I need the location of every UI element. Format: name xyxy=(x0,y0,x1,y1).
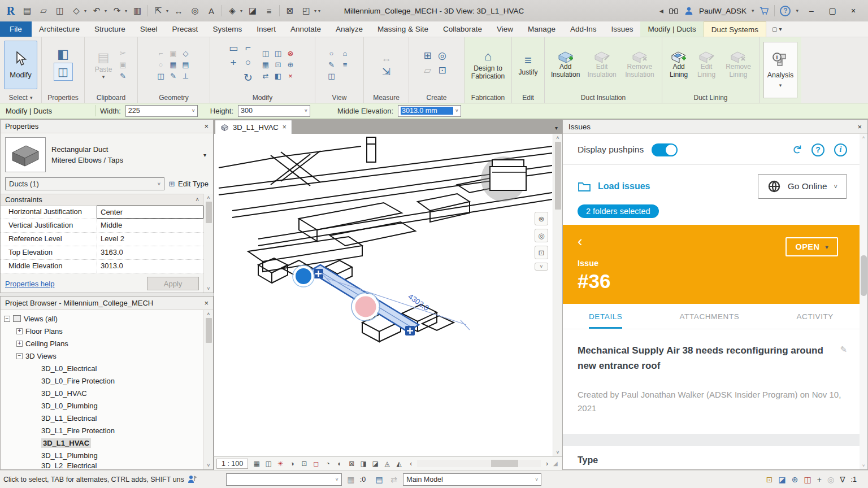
panel-measure-label[interactable]: Measure xyxy=(364,93,409,103)
align-icon[interactable]: ▭ xyxy=(228,43,239,53)
offset-modify-icon[interactable]: ⌐ xyxy=(242,43,254,53)
collapse-section-icon[interactable]: ˄ xyxy=(196,197,199,203)
paste-button[interactable]: ▤ Paste▾ xyxy=(93,49,115,81)
tab-insert[interactable]: Insert xyxy=(249,21,283,37)
tab-issues[interactable]: Issues xyxy=(604,21,640,37)
maximize-button[interactable]: ▢ xyxy=(824,5,840,17)
override-display-icon[interactable]: ≡ xyxy=(340,59,351,69)
resize-grip[interactable]: ◢ xyxy=(553,460,560,467)
highlight-displacement-icon[interactable]: ◭ xyxy=(393,458,405,469)
switch-windows-icon[interactable]: ◰ xyxy=(300,5,313,17)
remove-insulation-button[interactable]: Remove Insulation xyxy=(622,50,658,80)
beam-end-icon[interactable]: ▦ xyxy=(168,59,179,69)
move-icon[interactable]: + xyxy=(228,58,239,68)
issue-status-dropdown[interactable]: OPEN ▾ xyxy=(785,237,838,256)
offset-icon[interactable]: ○ xyxy=(155,59,167,69)
panel-fabrication-label[interactable]: Fabrication xyxy=(465,93,511,103)
revit-logo-icon[interactable]: R xyxy=(5,5,17,17)
tab-systems[interactable]: Systems xyxy=(205,21,249,37)
lightbulb-icon[interactable]: ○ xyxy=(326,48,337,58)
type-selector[interactable]: Rectangular Duct Mitered Elbows / Taps ▾ xyxy=(1,133,213,176)
join-icon[interactable]: ◇ xyxy=(180,48,192,58)
tree-node-floor-plans[interactable]: +Floor Plans xyxy=(4,325,203,337)
background-processes-icon[interactable]: ◎ xyxy=(827,475,834,484)
property-row[interactable]: Reference Level Level 2 xyxy=(1,233,203,246)
unpin-icon[interactable]: ⊗ xyxy=(285,48,296,58)
modify-tool-icon[interactable]: ⇱ xyxy=(152,5,164,17)
tab-architecture[interactable]: Architecture xyxy=(32,21,87,37)
refresh-icon[interactable]: ↺ xyxy=(790,145,804,155)
match-type-icon[interactable]: ✎ xyxy=(117,71,128,81)
panel-view-label[interactable]: View xyxy=(315,93,363,103)
width-combo[interactable]: 225˅ xyxy=(125,105,198,117)
save-icon[interactable]: ◫ xyxy=(54,5,66,17)
view3d-dropdown[interactable]: ▾ xyxy=(240,8,242,14)
justify-button[interactable]: ≡ Justify xyxy=(516,52,540,78)
issue-pushpin-open[interactable] xyxy=(351,293,380,321)
switch-windows-dropdown[interactable]: ▾ xyxy=(314,8,316,14)
property-row[interactable]: Top Elevation 3163.0 xyxy=(1,246,203,260)
tab-steel[interactable]: Steel xyxy=(133,21,165,37)
tab-duct-systems[interactable]: Duct Systems xyxy=(704,21,766,37)
ribbon-collapse-control[interactable]: ▢▾ xyxy=(766,21,787,37)
panel-create-label[interactable]: Create xyxy=(409,93,464,103)
panel-duct-insulation-label[interactable]: Duct Insulation xyxy=(545,93,662,103)
select-underlay-icon[interactable]: ◪ xyxy=(779,475,786,484)
issues-help-icon[interactable]: ? xyxy=(811,143,824,156)
hide-category-icon[interactable]: ⌂ xyxy=(340,48,351,58)
file-properties-icon[interactable]: ▤ xyxy=(21,5,33,17)
mirror-icon[interactable]: ◫ xyxy=(260,48,271,58)
tab-precast[interactable]: Precast xyxy=(165,21,206,37)
help-icon[interactable]: ? xyxy=(780,6,791,16)
expand-icon[interactable]: + xyxy=(16,328,23,334)
view-tab-3d-l1-hvac[interactable]: 3D_L1_HVAC × xyxy=(215,120,292,134)
paint-icon[interactable]: ✎ xyxy=(168,71,179,81)
navbar-close-icon[interactable]: ⊗ xyxy=(535,212,548,225)
tab-annotate[interactable]: Annotate xyxy=(283,21,328,37)
apply-button[interactable]: Apply xyxy=(147,277,199,290)
panel-properties-label[interactable]: Properties xyxy=(42,93,84,103)
displace-elements-icon[interactable]: ◫ xyxy=(326,71,337,81)
element-filter-combo[interactable]: Ducts (1)˅ xyxy=(5,177,164,190)
user-dropdown[interactable]: ▾ xyxy=(752,8,754,14)
expand-icon[interactable]: + xyxy=(16,341,23,347)
zoom-region-icon[interactable]: ⊡ xyxy=(535,246,548,259)
tree-node-3d-l0-electrical[interactable]: 3D_L0_Electrical xyxy=(4,362,203,374)
height-combo[interactable]: 300˅ xyxy=(238,105,310,117)
analysis-button[interactable]: i Analysis ▾ xyxy=(763,42,797,98)
linework-icon[interactable]: ✎ xyxy=(326,59,337,69)
temporary-hide-isolate-icon[interactable]: ◔ xyxy=(322,458,333,469)
selection-filter-icon[interactable]: ∇ xyxy=(840,475,845,484)
user-avatar-icon[interactable] xyxy=(684,6,694,16)
delete-icon[interactable]: × xyxy=(285,71,296,81)
redo-icon[interactable]: ↷ xyxy=(111,5,123,17)
cut-icon[interactable]: ✂ xyxy=(117,48,128,58)
tab-analyze[interactable]: Analyze xyxy=(328,21,370,37)
edit-lining-button[interactable]: Edit Lining xyxy=(694,50,719,80)
redo-dropdown[interactable]: ▾ xyxy=(125,8,127,14)
view-tab-close-icon[interactable]: × xyxy=(283,123,287,131)
sun-path-icon[interactable]: ☀ xyxy=(275,458,286,469)
print-icon[interactable]: ▥ xyxy=(131,5,144,17)
properties-scrollbar[interactable]: ˄ ˅ xyxy=(203,194,213,293)
issues-scrollbar[interactable]: ˄ ˅ xyxy=(860,134,867,469)
type-properties-icon[interactable]: ◫ xyxy=(54,63,73,81)
issues-scrollbar-thumb[interactable] xyxy=(861,255,867,296)
minimize-button[interactable]: – xyxy=(804,5,819,17)
panel-edit-label[interactable]: Edit xyxy=(512,93,544,103)
main-model-combo[interactable]: Main Model˅ xyxy=(403,473,541,486)
add-insulation-button[interactable]: Add Insulation xyxy=(549,50,582,80)
issue-pushpin-resolved[interactable] xyxy=(293,265,314,287)
create-assembly-icon[interactable]: ▱ xyxy=(422,65,433,75)
panel-modify-label[interactable]: Modify xyxy=(210,93,315,103)
tab-activity[interactable]: ACTIVITY xyxy=(796,304,834,329)
tree-node-3d-l1-hvac-selected[interactable]: 3D_L1_HVAC xyxy=(4,437,203,449)
tab-massing-site[interactable]: Massing & Site xyxy=(370,21,436,37)
create-group-icon[interactable]: ⊞ xyxy=(422,50,433,60)
modify-button[interactable]: Modify xyxy=(4,41,37,89)
pin-icon[interactable]: ⊕ xyxy=(285,59,296,69)
app-store-cart-icon[interactable] xyxy=(759,6,769,16)
crop-view-icon[interactable]: ⊡ xyxy=(298,458,310,469)
tag-icon[interactable]: ◎ xyxy=(189,5,201,17)
section-icon[interactable]: ◪ xyxy=(246,5,259,17)
